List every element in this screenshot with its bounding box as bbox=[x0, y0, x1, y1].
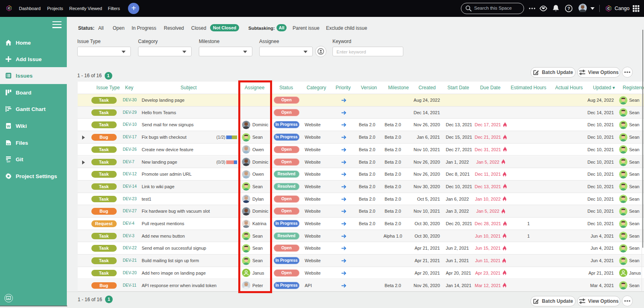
svg-text:C: C bbox=[607, 6, 610, 10]
svg-text:?: ? bbox=[568, 6, 570, 11]
svg-text:W: W bbox=[7, 124, 10, 128]
svg-text:GIT: GIT bbox=[6, 160, 10, 162]
svg-text:C: C bbox=[8, 6, 10, 10]
